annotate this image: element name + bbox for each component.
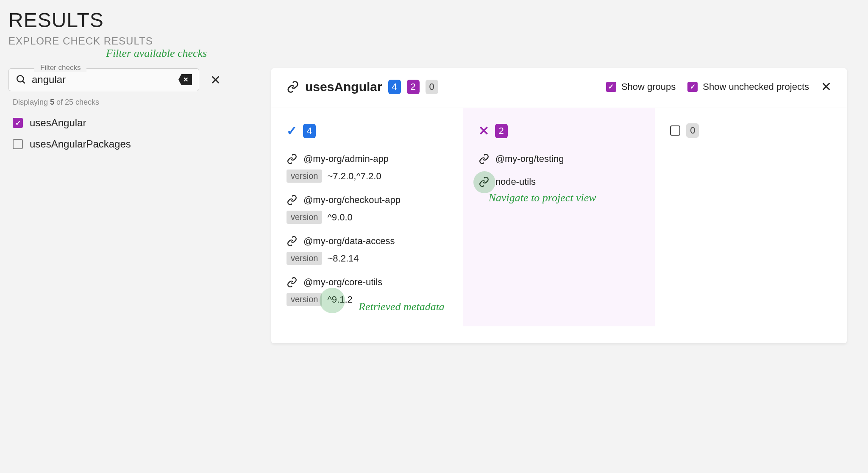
project-name[interactable]: @my-org/core-utils	[303, 277, 382, 288]
project-name[interactable]: @my-org/testing	[495, 153, 564, 164]
link-icon[interactable]	[287, 277, 298, 288]
cross-icon: ✕	[479, 123, 489, 138]
checkbox-icon[interactable]	[13, 118, 23, 128]
show-unchecked-toggle[interactable]: Show unchecked projects	[687, 81, 809, 92]
close-panel-button[interactable]: ✕	[821, 79, 832, 94]
link-icon[interactable]	[287, 236, 298, 247]
column-count: 2	[495, 124, 508, 138]
check-label: usesAngular	[30, 117, 86, 129]
badge-pass: 4	[388, 80, 401, 94]
meta-value: ^9.0.0	[327, 212, 352, 223]
link-icon[interactable]	[287, 81, 299, 93]
checkbox-icon	[670, 125, 680, 136]
column-pass: ✓ 4 @my-org/admin-app version ~7.2.0,^7.…	[271, 108, 463, 326]
check-icon: ✓	[287, 123, 297, 138]
project-name[interactable]: @my-org/checkout-app	[303, 195, 401, 206]
link-icon[interactable]	[479, 176, 490, 187]
panel-header: usesAngular 4 2 0 Show groups Show unche…	[287, 79, 832, 94]
badge-fail: 2	[407, 80, 420, 94]
column-fail: ✕ 2 @my-org/testing	[463, 108, 655, 326]
meta-label: version	[287, 293, 322, 306]
project-name[interactable]: node-utils	[495, 176, 536, 187]
result-columns: ✓ 4 @my-org/admin-app version ~7.2.0,^7.…	[271, 108, 847, 326]
annotation-filter: Filter available checks	[106, 47, 207, 60]
column-count: 0	[686, 123, 699, 138]
project-item: @my-org/core-utils version ^9.1.2 Retrie…	[287, 277, 451, 306]
check-item-usesangular[interactable]: usesAngular	[13, 117, 246, 129]
project-name[interactable]: @my-org/admin-app	[303, 153, 389, 164]
meta-label: version	[287, 170, 322, 183]
sidebar: Filter available checks Filter checks ✕ …	[8, 68, 246, 343]
annotation-navigate: Navigate to project view	[489, 192, 596, 204]
page-title: RESULTS	[8, 8, 860, 32]
project-item: @my-org/data-access version ~8.2.14	[287, 236, 451, 265]
main-panel-area: usesAngular 4 2 0 Show groups Show unche…	[271, 68, 860, 343]
link-icon[interactable]	[287, 153, 298, 164]
checkbox-icon[interactable]	[687, 82, 698, 92]
project-item: @my-org/admin-app version ~7.2.0,^7.2.0	[287, 153, 451, 183]
meta-label: version	[287, 211, 322, 224]
link-icon[interactable]	[479, 153, 490, 164]
svg-point-0	[17, 75, 23, 82]
filter-input[interactable]	[32, 74, 173, 86]
project-item: @my-org/checkout-app version ^9.0.0	[287, 195, 451, 224]
column-none: 0	[655, 108, 847, 326]
search-icon	[16, 74, 27, 85]
page-subtitle: EXPLORE CHECK RESULTS	[8, 35, 860, 47]
check-label: usesAngularPackages	[30, 138, 131, 150]
meta-value: ~7.2.0,^7.2.0	[327, 171, 381, 182]
checkbox-icon[interactable]	[13, 139, 23, 149]
badge-none: 0	[426, 80, 438, 94]
show-groups-toggle[interactable]: Show groups	[606, 81, 676, 92]
meta-label: version	[287, 252, 322, 265]
meta-value: ~8.2.14	[327, 253, 359, 264]
svg-line-1	[22, 81, 25, 83]
project-item: node-utils Navigate to project view	[479, 176, 643, 187]
filter-legend: Filter checks	[34, 64, 86, 72]
panel-title: usesAngular	[305, 80, 382, 94]
checkbox-icon[interactable]	[606, 82, 616, 92]
check-item-usesangularpackages[interactable]: usesAngularPackages	[13, 138, 246, 150]
result-panel: usesAngular 4 2 0 Show groups Show unche…	[271, 68, 847, 343]
check-list: usesAngular usesAngularPackages	[8, 117, 246, 150]
filter-box: Filter checks	[8, 68, 199, 91]
project-item: @my-org/testing	[479, 153, 643, 164]
link-icon[interactable]	[287, 195, 298, 206]
close-filter-button[interactable]: ✕	[210, 72, 221, 87]
meta-value: ^9.1.2	[327, 294, 352, 305]
project-name[interactable]: @my-org/data-access	[303, 236, 395, 247]
results-count: Displaying 5 of 25 checks	[13, 98, 246, 107]
column-count: 4	[303, 124, 316, 138]
annotation-metadata: Retrieved metadata	[359, 300, 445, 313]
clear-input-button[interactable]	[178, 74, 192, 85]
